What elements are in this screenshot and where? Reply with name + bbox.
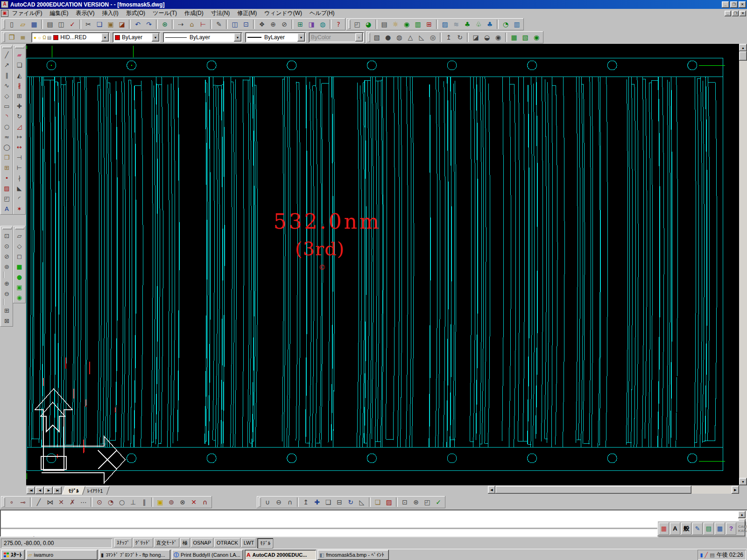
toolbar-grip[interactable] [348, 20, 351, 29]
menu-dimension[interactable]: 寸法(N) [207, 9, 234, 18]
tab-layout1[interactable]: ﾚｲｱｳﾄ1 [81, 486, 109, 495]
pan-realtime-button[interactable]: ❖ [256, 19, 268, 29]
cylinder-button[interactable]: ◍ [394, 32, 405, 42]
menu-draw[interactable]: 作成(D) [181, 9, 207, 18]
polygon-button[interactable]: ◇ [2, 91, 12, 101]
slice-button[interactable]: ◪ [470, 32, 481, 42]
print-preview-button[interactable]: ◫ [56, 19, 67, 29]
subtract-button[interactable]: ⊖ [273, 497, 284, 507]
snap-node-button[interactable]: ⊚ [166, 497, 177, 507]
setup-drawing-button[interactable]: ▦ [508, 32, 520, 42]
drawing-file-icon[interactable]: ▣ [1, 10, 8, 17]
vertical-scroll-thumb[interactable] [739, 51, 747, 61]
match-properties-button[interactable]: ◪ [116, 19, 127, 29]
flat-edges-button[interactable]: ▣ [14, 282, 25, 292]
command-window[interactable]: ﾀｲﾙ>: _w 最初のｺｰﾅｰを指定: _endp どこの もう一方のｺｰﾅｰ… [0, 510, 747, 537]
vertical-scrollbar[interactable]: ▲ ▼ [739, 44, 747, 485]
zoom-center-button[interactable]: ⊚ [2, 261, 12, 272]
check-button[interactable]: ✓ [433, 497, 444, 507]
landscape-edit-button[interactable]: ♧ [473, 19, 484, 29]
designcenter-button[interactable]: ⊞ [295, 19, 306, 29]
trim-button[interactable]: ⊣ [14, 152, 25, 162]
insert-block-button[interactable]: ❒ [2, 152, 12, 162]
layers-button[interactable]: ≡ [17, 32, 28, 42]
new-button[interactable]: ▯ [6, 19, 17, 29]
make-block-button[interactable]: ⊞ [2, 162, 12, 173]
ime-word-register-button[interactable]: ✎ [692, 523, 703, 535]
command-scroll-up-button[interactable]: ▲ [738, 511, 746, 518]
ime-system-button[interactable]: ▦ [659, 523, 669, 535]
save-button[interactable]: ▦ [28, 19, 40, 29]
start-button[interactable]: ｽﾀｰﾄ [1, 550, 25, 560]
hide-button[interactable]: ◰ [352, 19, 363, 29]
box-button[interactable]: ▧ [371, 32, 382, 42]
color-dropdown[interactable]: ByLayer ▼ [113, 32, 160, 42]
3com-tray-icon[interactable]: ▮ [700, 553, 703, 558]
ime-input-mode-button[interactable]: A [670, 523, 680, 535]
toolbar-grip[interactable] [2, 227, 12, 230]
lengthen-button[interactable]: ↔ [14, 142, 25, 152]
menu-edit[interactable]: 編集(E) [46, 9, 72, 18]
tab-model[interactable]: ﾓﾃﾞﾙ [62, 486, 85, 495]
status-toggle-grid[interactable]: ｸﾞﾘｯﾄﾞ [133, 538, 153, 547]
paste-button[interactable]: ▣ [105, 19, 116, 29]
spline-button[interactable]: ≈ [2, 132, 12, 142]
menu-tools[interactable]: ツール(T) [149, 9, 181, 18]
extrude-faces-button[interactable]: ↥ [300, 497, 311, 507]
snap-extension-button[interactable]: ⋯ [78, 497, 89, 507]
tab-prev-button[interactable]: ◀ [35, 487, 44, 494]
extrude-button[interactable]: ↥ [443, 32, 454, 42]
menu-modify[interactable]: 修正(M) [233, 9, 261, 18]
minimize-button[interactable]: _ [722, 1, 729, 8]
named-ucs-button[interactable]: ⌂ [186, 19, 197, 29]
wedge-button[interactable]: ◺ [416, 32, 427, 42]
snap-insert-button[interactable]: ▣ [155, 497, 166, 507]
rotate-faces-button[interactable]: ↻ [345, 497, 356, 507]
rotate-button[interactable]: ↻ [14, 111, 25, 121]
insert-hyperlink-button[interactable]: ⊛ [159, 19, 170, 29]
menu-insert[interactable]: 挿入(I) [98, 9, 122, 18]
snap-midpoint-button[interactable]: ⋈ [44, 497, 56, 507]
section-button[interactable]: ◒ [481, 32, 493, 42]
snap-center-button[interactable]: ⊙ [94, 497, 105, 507]
tab-last-button[interactable]: ▶| [53, 487, 62, 494]
torus-button[interactable]: ◎ [427, 32, 438, 42]
snap-nearest-button[interactable]: ⊗ [177, 497, 188, 507]
menu-window[interactable]: ウィンドウ(W) [261, 9, 306, 18]
cut-button[interactable]: ✂ [83, 19, 94, 29]
arc-button[interactable]: ◝ [2, 111, 12, 121]
menu-format[interactable]: 形式(O) [122, 9, 149, 18]
scroll-right-button[interactable]: ▶ [732, 486, 739, 494]
explode-button[interactable]: ✶ [14, 203, 25, 214]
tracking-point-button[interactable]: ∘ [6, 497, 17, 507]
mapping-button[interactable]: ⊞ [423, 19, 435, 29]
close-button[interactable]: ✕ [739, 1, 746, 8]
scale-button[interactable]: ◿ [14, 121, 25, 132]
open-button[interactable]: ▱ [17, 19, 28, 29]
scenes-button[interactable]: ▤ [379, 19, 390, 29]
lineweight-dropdown-arrow[interactable]: ▼ [297, 33, 305, 42]
task-button-command-prompt[interactable]: ▮ｺﾏﾝﾄﾞ ﾌﾟﾛﾝﾌﾟﾄ - ftp hong... [99, 550, 170, 560]
lights-button[interactable]: ☼ [390, 19, 401, 29]
task-button-paint[interactable]: ◧fmosmask5a.bmp - ﾍﾟｲﾝﾄ [317, 550, 389, 560]
chamfer-button[interactable]: ◣ [14, 183, 25, 193]
status-toggle-ortho[interactable]: 直交ﾓｰﾄﾞ [154, 538, 179, 547]
undo-button[interactable]: ↶ [132, 19, 143, 29]
menu-file[interactable]: ファイル(F) [8, 9, 46, 18]
osnap-settings-button[interactable]: ∩ [199, 497, 211, 507]
printer-tray-icon[interactable]: ▤ [710, 553, 714, 558]
gouraud-shaded-button[interactable]: ● [14, 272, 25, 282]
zoom-all-button[interactable]: ⊞ [2, 305, 12, 315]
multiline-button[interactable]: ∥ [2, 70, 12, 80]
dbconnect-button[interactable]: ◍ [317, 19, 328, 29]
clean-button[interactable]: ⊛ [410, 497, 422, 507]
scroll-up-button[interactable]: ▲ [739, 44, 747, 51]
layer-dropdown[interactable]: ●☼Ω▤ HID...RED ▼ [31, 32, 110, 42]
wireframe-2d-button[interactable]: ▱ [14, 231, 25, 241]
horizontal-scroll-thumb[interactable] [495, 486, 691, 494]
make-object-layer-current-button[interactable]: ❒ [6, 32, 17, 42]
color-faces-button[interactable]: ▨ [383, 497, 395, 507]
task-button-autocad[interactable]: AAutoCAD 2000EDUC... [245, 550, 316, 560]
toolbar-grip[interactable] [3, 20, 5, 29]
materials-button[interactable]: ◉ [401, 19, 412, 29]
